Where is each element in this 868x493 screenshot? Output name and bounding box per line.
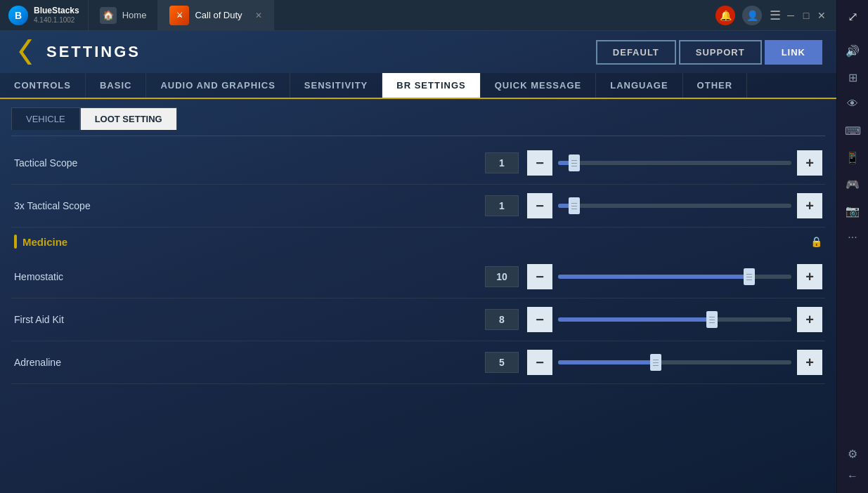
window-controls: 🔔 👤 ☰ ─ □ ✕ xyxy=(715,6,836,25)
close-button[interactable]: ✕ xyxy=(815,9,828,22)
settings-title: SETTINGS xyxy=(14,39,141,65)
maximize-button[interactable]: □ xyxy=(800,9,812,22)
subtab-loot-setting[interactable]: LOOT SETTING xyxy=(80,107,177,130)
table-row: First Aid Kit 8 − xyxy=(11,298,825,341)
bs-icon-phone[interactable]: 📱 xyxy=(841,146,864,169)
table-row: 3x Tactical Scope 1 − xyxy=(11,185,825,228)
bs-icon-expand[interactable]: ⤢ xyxy=(841,6,864,28)
tab-home[interactable]: 🏠 Home xyxy=(89,0,159,30)
first-aid-kit-slider-container: − + xyxy=(527,307,822,332)
first-aid-kit-value: 8 xyxy=(485,309,519,330)
bluestacks-logo: B xyxy=(8,6,28,25)
notification-icon[interactable]: 🔔 xyxy=(715,6,735,25)
default-button[interactable]: DEFAULT xyxy=(596,40,676,65)
settings-label: SETTINGS xyxy=(46,43,141,61)
hemostatic-track[interactable] xyxy=(558,275,791,279)
3x-tactical-scope-plus[interactable]: + xyxy=(797,193,822,218)
bs-icon-keyboard[interactable]: ⌨ xyxy=(841,119,864,142)
bluestacks-name: BlueStacks 4.140.1.1002 xyxy=(34,6,79,24)
account-icon[interactable]: 👤 xyxy=(742,6,762,25)
home-icon: 🏠 xyxy=(100,7,117,24)
bs-icon-camera[interactable]: 📷 xyxy=(841,199,864,222)
tab-close-icon[interactable]: ✕ xyxy=(255,11,262,20)
sub-tabs: VEHICLE LOOT SETTING xyxy=(0,99,836,130)
tactical-scope-label: Tactical Scope xyxy=(14,157,155,169)
first-aid-kit-minus[interactable]: − xyxy=(527,307,552,332)
table-row: Tactical Scope 1 − xyxy=(11,142,825,185)
medicine-lock-icon: 🔒 xyxy=(810,236,822,247)
medicine-section-header: Medicine 🔒 xyxy=(11,228,825,256)
tab-quick-message[interactable]: QUICK MESSAGE xyxy=(481,73,597,98)
tactical-scope-track[interactable] xyxy=(558,161,791,165)
nav-tabs: CONTROLS BASIC AUDIO AND GRAPHICS SENSIT… xyxy=(0,73,836,99)
subtab-vehicle[interactable]: VEHICLE xyxy=(11,107,80,130)
header-buttons: DEFAULT SUPPORT LINK xyxy=(596,40,822,65)
tab-basic[interactable]: BASIC xyxy=(86,73,146,98)
tab-br-settings[interactable]: BR SETTINGS xyxy=(382,73,480,98)
support-button[interactable]: SUPPORT xyxy=(679,40,762,65)
settings-header: SETTINGS DEFAULT SUPPORT LINK xyxy=(0,31,836,73)
tab-audio-graphics[interactable]: AUDIO AND GRAPHICS xyxy=(146,73,290,98)
3x-tactical-scope-slider-container: − + xyxy=(527,193,822,218)
hemostatic-value: 10 xyxy=(485,266,519,287)
bs-icon-back[interactable]: ← xyxy=(841,465,864,487)
bs-icon-eye[interactable]: 👁 xyxy=(841,93,864,115)
3x-tactical-scope-label: 3x Tactical Scope xyxy=(14,200,155,211)
adrenaline-minus[interactable]: − xyxy=(527,350,552,375)
minimize-button[interactable]: ─ xyxy=(784,9,797,22)
hemostatic-label: Hemostatic xyxy=(14,271,155,282)
3x-tactical-scope-minus[interactable]: − xyxy=(527,193,552,218)
title-bar: B BlueStacks 4.140.1.1002 🏠 Home ⚔ Call … xyxy=(0,0,836,31)
medicine-indicator xyxy=(14,235,17,249)
hemostatic-slider-container: − + xyxy=(527,264,822,289)
bs-icon-dots[interactable]: ··· xyxy=(841,226,864,249)
adrenaline-track[interactable] xyxy=(558,360,791,364)
bs-icon-volume[interactable]: 🔊 xyxy=(841,39,864,62)
tactical-scope-plus[interactable]: + xyxy=(797,150,822,176)
tactical-scope-value: 1 xyxy=(485,152,519,173)
tab-sensitivity[interactable]: SENSITIVITY xyxy=(290,73,382,98)
cod-icon: ⚔ xyxy=(169,6,189,25)
table-row: Adrenaline 5 − xyxy=(11,341,825,384)
tactical-scope-minus[interactable]: − xyxy=(527,150,552,176)
adrenaline-label: Adrenaline xyxy=(14,357,155,368)
first-aid-kit-plus[interactable]: + xyxy=(797,307,822,332)
tab-language[interactable]: LANGUAGE xyxy=(596,73,682,98)
bs-icon-settings[interactable]: ⚙ xyxy=(841,442,864,465)
link-button[interactable]: LINK xyxy=(765,40,822,65)
adrenaline-value: 5 xyxy=(485,352,519,373)
bs-icon-fullscreen[interactable]: ⊞ xyxy=(841,66,864,88)
content-area[interactable]: Tactical Scope 1 − xyxy=(0,130,836,493)
bluestacks-sidebar: ⤢ 🔊 ⊞ 👁 ⌨ 📱 🎮 📷 ··· ⚙ ← xyxy=(836,0,868,493)
tab-other[interactable]: OTHER xyxy=(683,73,748,98)
table-row: Hemostatic 10 − xyxy=(11,256,825,298)
back-button[interactable] xyxy=(14,39,39,65)
top-divider xyxy=(11,136,825,136)
3x-tactical-scope-track[interactable] xyxy=(558,204,791,208)
3x-tactical-scope-value: 1 xyxy=(485,195,519,216)
menu-icon[interactable]: ☰ xyxy=(769,9,782,22)
first-aid-kit-track[interactable] xyxy=(558,317,791,322)
tab-controls[interactable]: CONTROLS xyxy=(0,73,86,98)
medicine-title: Medicine xyxy=(22,236,67,248)
adrenaline-slider-container: − + xyxy=(527,350,822,375)
hemostatic-plus[interactable]: + xyxy=(797,264,822,289)
hemostatic-minus[interactable]: − xyxy=(527,264,552,289)
adrenaline-plus[interactable]: + xyxy=(797,350,822,375)
settings-area: SETTINGS DEFAULT SUPPORT LINK CONTROLS B… xyxy=(0,31,836,493)
bs-icon-gamepad[interactable]: 🎮 xyxy=(841,173,864,195)
first-aid-kit-label: First Aid Kit xyxy=(14,314,155,325)
tab-call-of-duty[interactable]: ⚔ Call of Duty ✕ xyxy=(158,0,273,30)
tactical-scope-slider-container: − + xyxy=(527,150,822,176)
